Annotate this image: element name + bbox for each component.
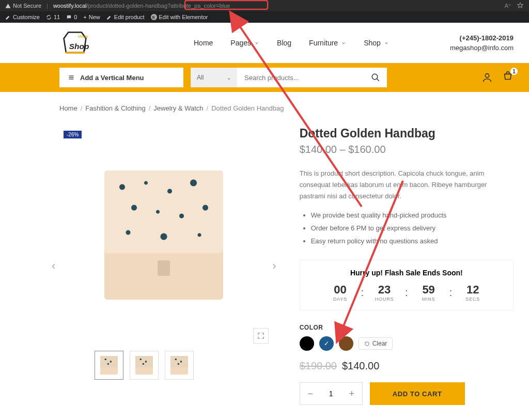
search-button[interactable] bbox=[364, 68, 387, 87]
color-swatches: ✓ Clear bbox=[300, 336, 514, 351]
handbag-illustration bbox=[104, 170, 223, 300]
breadcrumb-current: Dotted Golden Handbag bbox=[211, 104, 284, 112]
search-bar: Add a Vertical Menu All ⌄ 1 bbox=[0, 63, 529, 92]
not-secure-label: Not Secure bbox=[13, 3, 41, 9]
search-input[interactable] bbox=[237, 74, 364, 82]
nav-home[interactable]: Home bbox=[194, 39, 213, 47]
cart-count-badge: 1 bbox=[510, 68, 518, 75]
cart-button[interactable]: 1 bbox=[502, 71, 514, 84]
account-icon[interactable] bbox=[481, 72, 493, 83]
url-text: woostify.local/product/dotted-golden-han… bbox=[53, 3, 500, 9]
product-description: This is product short description. Capic… bbox=[300, 168, 514, 202]
product-main-image[interactable] bbox=[59, 127, 269, 344]
product-details: Dotted Golden Handbag $140.00 – $160.00 … bbox=[300, 127, 514, 405]
gallery-thumbs bbox=[95, 351, 269, 380]
variation-price: $190.00$140.00 bbox=[300, 360, 514, 372]
reset-icon bbox=[364, 341, 370, 347]
category-select[interactable]: All ⌄ bbox=[191, 68, 237, 87]
favorite-icon[interactable] bbox=[517, 2, 524, 9]
svg-point-7 bbox=[485, 74, 489, 77]
search-icon bbox=[371, 73, 380, 82]
breadcrumb-cat2[interactable]: Jewelry & Watch bbox=[153, 104, 203, 112]
vertical-menu-toggle[interactable]: Add a Vertical Menu bbox=[59, 68, 183, 87]
browser-address-bar[interactable]: Not Secure | woostify.local/product/dott… bbox=[0, 0, 529, 11]
elementor-icon: E bbox=[151, 14, 157, 20]
refresh-icon bbox=[46, 14, 52, 20]
svg-text:Shop: Shop bbox=[69, 42, 89, 51]
breadcrumb: Home / Fashition & Clothing / Jewelry & … bbox=[59, 104, 514, 112]
comments-link[interactable]: 0 bbox=[66, 14, 77, 20]
main-content: Home / Fashition & Clothing / Jewelry & … bbox=[0, 92, 529, 405]
countdown-hours: 23HOURS bbox=[369, 283, 400, 302]
not-secure-indicator: Not Secure bbox=[5, 3, 41, 9]
quantity-stepper: − + bbox=[300, 382, 363, 405]
reader-icon[interactable]: A⁺ bbox=[505, 3, 511, 9]
gallery-prev[interactable]: ‹ bbox=[52, 259, 55, 273]
bullet-1: We provide best quality hand-picked prod… bbox=[311, 209, 514, 222]
new-link[interactable]: + New bbox=[83, 14, 100, 20]
swatch-black[interactable] bbox=[300, 336, 314, 351]
countdown-mins: 59MINS bbox=[413, 283, 444, 302]
logo-icon: Shop Mega bbox=[59, 30, 90, 56]
plus-icon: + bbox=[83, 14, 86, 20]
countdown-box: Hurry up! Flash Sale Ends Soon! 00DAYS :… bbox=[300, 260, 514, 310]
bullet-2: Order before 6 PM to get express deliver… bbox=[311, 222, 514, 235]
email-address: megashop@info.com bbox=[450, 43, 514, 53]
nav-pages[interactable]: Pages bbox=[230, 39, 259, 47]
countdown-secs: 12SECS bbox=[457, 283, 488, 302]
svg-line-6 bbox=[377, 79, 379, 81]
thumb-1[interactable] bbox=[95, 351, 123, 380]
edit-elementor-link[interactable]: E Edit with Elementor bbox=[151, 14, 208, 20]
hamburger-icon bbox=[68, 74, 75, 81]
site-logo[interactable]: Shop Mega bbox=[59, 30, 90, 56]
countdown-days: 00DAYS bbox=[325, 283, 356, 302]
color-label: COLOR bbox=[300, 324, 514, 331]
comment-icon bbox=[66, 14, 72, 20]
warning-icon bbox=[5, 3, 11, 9]
wp-admin-bar: Customize 11 0 + New Edit product E Edit… bbox=[0, 11, 529, 23]
check-icon: ✓ bbox=[324, 340, 329, 347]
gallery-next[interactable]: › bbox=[272, 259, 276, 273]
qty-minus[interactable]: − bbox=[300, 383, 321, 405]
brush-icon bbox=[5, 14, 11, 20]
product-gallery: -26% ‹ › bbox=[59, 127, 269, 405]
add-to-cart-button[interactable]: ADD TO CART bbox=[370, 382, 465, 405]
product-title: Dotted Golden Handbag bbox=[300, 127, 514, 141]
countdown-title: Hurry up! Flash Sale Ends Soon! bbox=[308, 269, 505, 277]
product-price-range: $140.00 – $160.00 bbox=[300, 144, 514, 155]
phone-number: (+245)-1802-2019 bbox=[450, 33, 514, 43]
chevron-down-icon: ⌄ bbox=[227, 75, 231, 81]
pencil-icon bbox=[106, 14, 112, 20]
breadcrumb-home[interactable]: Home bbox=[59, 104, 77, 112]
url-divider: | bbox=[46, 3, 48, 9]
product-bullets: We provide best quality hand-picked prod… bbox=[300, 209, 514, 247]
updates-link[interactable]: 11 bbox=[46, 14, 60, 20]
site-header: Shop Mega Home Pages Blog Furniture Shop… bbox=[0, 23, 529, 63]
qty-plus[interactable]: + bbox=[341, 383, 362, 405]
thumb-2[interactable] bbox=[130, 351, 159, 380]
main-nav: Home Pages Blog Furniture Shop bbox=[194, 39, 389, 47]
svg-point-5 bbox=[372, 74, 378, 80]
nav-furniture[interactable]: Furniture bbox=[309, 39, 346, 47]
contact-info: (+245)-1802-2019 megashop@info.com bbox=[450, 33, 514, 53]
clear-button[interactable]: Clear bbox=[359, 337, 393, 350]
qty-input[interactable] bbox=[321, 390, 341, 398]
breadcrumb-cat1[interactable]: Fashition & Clothing bbox=[85, 104, 145, 112]
thumb-3[interactable] bbox=[165, 351, 194, 380]
nav-blog[interactable]: Blog bbox=[277, 39, 291, 47]
expand-icon bbox=[257, 332, 264, 339]
expand-image-button[interactable] bbox=[253, 328, 269, 344]
nav-shop[interactable]: Shop bbox=[364, 39, 389, 47]
swatch-blue[interactable]: ✓ bbox=[319, 336, 334, 351]
svg-text:Mega: Mega bbox=[78, 34, 88, 39]
bullet-3: Easy return policy with no questions ask… bbox=[311, 235, 514, 248]
customize-link[interactable]: Customize bbox=[5, 14, 40, 20]
swatch-brown[interactable] bbox=[339, 336, 353, 351]
edit-product-link[interactable]: Edit product bbox=[106, 14, 145, 20]
